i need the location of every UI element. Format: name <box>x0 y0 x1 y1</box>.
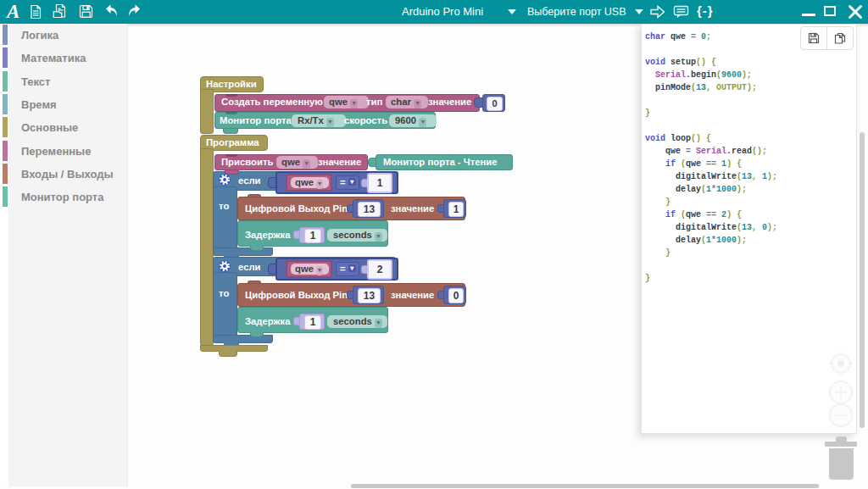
svg-text:A: A <box>5 2 19 22</box>
